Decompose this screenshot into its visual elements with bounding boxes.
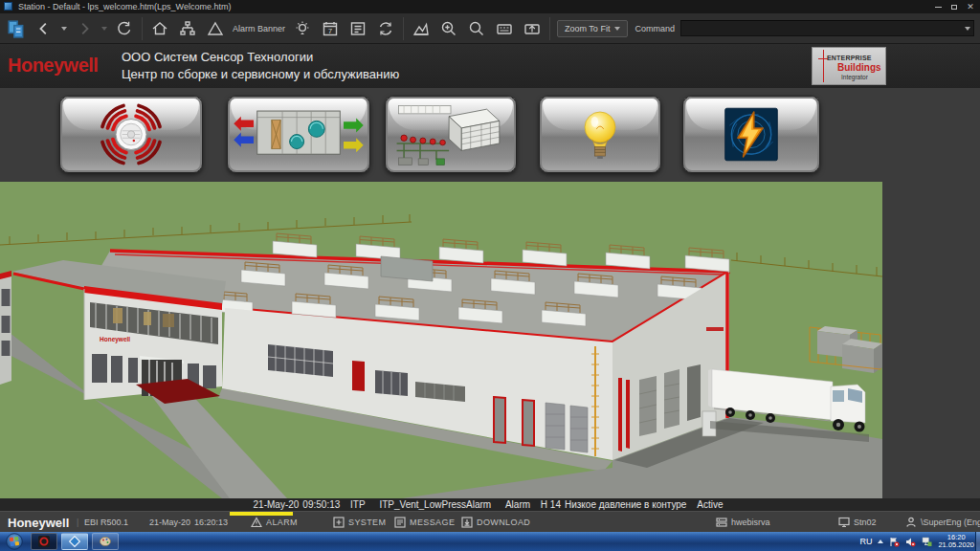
toolbar-separator: [142, 17, 143, 40]
network-icon[interactable]: [922, 537, 932, 547]
restore-icon[interactable]: [947, 0, 962, 13]
sync-icon[interactable]: [375, 18, 396, 39]
chiller-button[interactable]: [385, 96, 517, 173]
refresh-icon[interactable]: [114, 18, 135, 39]
forward-history-caret-icon[interactable]: [101, 27, 107, 31]
back-icon[interactable]: [33, 18, 55, 39]
statusbar-datetime: 21-May-2016:20:13: [149, 512, 228, 533]
close-icon[interactable]: ✕: [963, 0, 978, 13]
chiller-plant-icon: [397, 105, 500, 165]
alarm-description: Низкое давление в контуре: [565, 499, 686, 510]
zoom-in-icon[interactable]: [438, 18, 459, 39]
toolbar-separator: [403, 17, 404, 40]
language-indicator[interactable]: RU: [859, 537, 872, 546]
export-display-icon[interactable]: [522, 18, 543, 39]
windows-taskbar: RU 16:20 21.05.2020: [0, 532, 980, 551]
station-indicator[interactable]: Stn02: [838, 512, 877, 533]
tab-message[interactable]: MESSAGE: [394, 512, 455, 533]
back-history-caret-icon[interactable]: [61, 27, 67, 31]
calendar-day-glyph: 7: [328, 27, 333, 35]
server-icon: [716, 517, 727, 528]
system-tab-icon: [333, 517, 345, 528]
user-icon: [905, 517, 917, 528]
alarm-point: ITP_Vent_LowPressAlarm: [379, 499, 491, 510]
tab-system[interactable]: SYSTEM: [333, 512, 386, 533]
home-icon[interactable]: [149, 18, 170, 39]
taskbar-app-station-active[interactable]: [61, 533, 88, 550]
show-desktop-button[interactable]: [975, 532, 980, 551]
alarm-tab-icon: [251, 517, 262, 528]
tab-alarm[interactable]: ALARM: [251, 512, 298, 533]
zoom-to-fit-button[interactable]: Zoom To Fit: [557, 20, 628, 37]
lighting-button[interactable]: [539, 96, 661, 173]
server-indicator[interactable]: hwebisrva: [716, 512, 770, 533]
fire-alarm-button[interactable]: [59, 96, 203, 173]
command-input[interactable]: [680, 20, 974, 36]
app-icon: [4, 2, 12, 11]
status-bar: Honeywell | EBI R500.1 21-May-2016:20:13…: [0, 511, 980, 532]
alarm-time: 09:50:13: [302, 499, 340, 510]
window-title: Station - Default - lps_welcome.htm(Lps_…: [18, 0, 231, 13]
taskbar-clock[interactable]: 16:20 21.05.2020: [938, 534, 974, 549]
alarm-priority: H 14: [541, 499, 561, 510]
message-tab-icon: [394, 517, 406, 528]
toolbar-separator: [549, 17, 550, 40]
download-tab-icon: [461, 517, 473, 528]
title-bar: Station - Default - lps_welcome.htm(Lps_…: [0, 0, 980, 13]
page-header: Honeywell ООО Систем Сенсор Технологии Ц…: [0, 44, 980, 88]
alarm-condition: Alarm: [505, 499, 530, 510]
taskbar-app-honeywell[interactable]: [31, 533, 57, 550]
search-icon[interactable]: [466, 18, 487, 39]
company-subtitle: Центр по сборке и сервисному и обслужива…: [122, 67, 399, 81]
office-sign-honeywell: Honeywell: [100, 336, 130, 343]
tray-expand-icon[interactable]: [878, 540, 883, 543]
monitor-icon: [838, 517, 850, 528]
building-sign-honeywell: [706, 327, 724, 331]
point-detail-icon[interactable]: [347, 18, 368, 39]
alarm-status-line[interactable]: 21-May-2009:50:13 ITP ITP_Vent_LowPressA…: [0, 498, 980, 511]
action-center-flag-icon[interactable]: [889, 537, 900, 547]
start-button[interactable]: [6, 533, 23, 550]
tab-download[interactable]: DOWNLOAD: [461, 512, 530, 533]
trend-icon[interactable]: [411, 18, 432, 39]
system-tray: RU 16:20 21.05.2020: [859, 532, 974, 551]
main-toolbar: Alarm Banner 7 Zoom To Fit: [0, 13, 980, 44]
alarm-summary-icon[interactable]: [205, 18, 226, 39]
honeywell-logo: Honeywell: [8, 54, 98, 77]
power-button[interactable]: [682, 96, 820, 173]
alarm-date: 21-May-20: [254, 499, 300, 510]
calendar-icon[interactable]: 7: [320, 18, 341, 39]
volume-muted-icon[interactable]: [905, 537, 916, 547]
keyboard-icon[interactable]: [494, 18, 515, 39]
light-bulb-icon: [585, 112, 615, 159]
minimize-icon[interactable]: [930, 0, 946, 13]
alarm-source: ITP: [350, 499, 366, 510]
alarm-banner-label[interactable]: Alarm Banner: [233, 24, 285, 33]
user-indicator[interactable]: \SuperEng (Engr): [905, 512, 980, 533]
ebi-version: EBI R500.1: [84, 512, 128, 533]
taskbar-app-paint[interactable]: [92, 533, 119, 550]
smoke-detector-icon: [102, 105, 160, 163]
station-window: Station - Default - lps_welcome.htm(Lps_…: [0, 0, 980, 551]
statusbar-honeywell-logo: Honeywell: [8, 512, 69, 533]
factory-3d-scene[interactable]: Honeywell: [0, 182, 882, 498]
system-tree-icon[interactable]: [177, 18, 198, 39]
company-name: ООО Систем Сенсор Технологии: [122, 50, 313, 64]
forward-icon[interactable]: [74, 18, 95, 39]
launch-button-row: [0, 88, 980, 182]
command-label: Command: [635, 24, 675, 33]
ebi-logo: ENTERPRISE Buildings Integrator: [812, 47, 886, 85]
lightning-bolt-icon: [725, 108, 778, 161]
station-pages-icon[interactable]: [6, 18, 27, 39]
command-dropdown-icon[interactable]: [961, 20, 974, 36]
alarm-status: Active: [697, 499, 723, 510]
acknowledge-bulb-icon[interactable]: [292, 18, 313, 39]
ventilation-button[interactable]: [227, 96, 370, 173]
air-handling-unit-icon: [234, 111, 363, 154]
